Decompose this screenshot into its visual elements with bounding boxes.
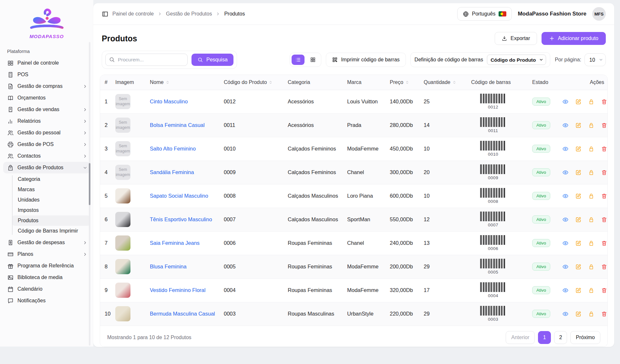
search-input[interactable] xyxy=(105,54,188,66)
lock-button[interactable] xyxy=(588,216,594,223)
previous-page-button[interactable]: Anterior xyxy=(506,331,535,344)
lock-button[interactable] xyxy=(588,240,594,246)
view-button[interactable] xyxy=(562,216,569,223)
lock-button[interactable] xyxy=(588,287,594,294)
name-cell: Blusa Feminina xyxy=(150,255,224,278)
edit-button[interactable] xyxy=(575,146,582,152)
search-button[interactable]: Pesquisa xyxy=(191,54,233,66)
delete-button[interactable] xyxy=(601,311,607,317)
grid-view-toggle[interactable] xyxy=(306,55,319,65)
delete-button[interactable] xyxy=(601,287,607,294)
view-button[interactable] xyxy=(562,146,569,152)
view-button[interactable] xyxy=(562,240,569,246)
product-name-link[interactable]: Saia Feminina Jeans xyxy=(150,240,200,246)
breadcrumb-item-dashboard[interactable]: Painel de controle xyxy=(112,11,154,17)
row-number: 1 xyxy=(100,90,115,113)
breadcrumb-item-product-management[interactable]: Gestão de Produtos xyxy=(166,11,212,17)
edit-button[interactable] xyxy=(575,99,582,105)
delete-button[interactable] xyxy=(601,169,607,176)
edit-button[interactable] xyxy=(575,240,582,246)
edit-button[interactable] xyxy=(575,287,582,294)
sidebar-subitem-codigo-de-barras-imprimir[interactable]: Código de Barras Imprimir xyxy=(12,226,90,236)
view-button[interactable] xyxy=(562,287,569,294)
column-header-nome[interactable]: Nome xyxy=(150,75,224,90)
lock-button[interactable] xyxy=(588,264,594,270)
per-page-select[interactable]: 10 xyxy=(584,53,606,66)
edit-button[interactable] xyxy=(575,264,582,270)
delete-button[interactable] xyxy=(601,193,607,199)
delete-button[interactable] xyxy=(601,99,607,105)
sidebar-toggle-icon[interactable] xyxy=(102,11,108,17)
sidebar-subitem-marcas[interactable]: Marcas xyxy=(12,184,90,195)
sidebar-item-contactos[interactable]: Contactos xyxy=(3,150,90,162)
delete-button[interactable] xyxy=(601,264,607,270)
view-button[interactable] xyxy=(562,311,569,317)
language-selector-button[interactable]: Português xyxy=(457,7,512,21)
product-name-link[interactable]: Salto Alto Feminino xyxy=(150,146,196,151)
edit-button[interactable] xyxy=(575,216,582,223)
barcode-setting-select[interactable]: Código do Produto xyxy=(487,55,546,65)
lock-button[interactable] xyxy=(588,99,594,105)
sidebar-item-gestao-do-pessoal[interactable]: Gestão do pessoal xyxy=(3,127,90,139)
user-avatar[interactable]: MFS xyxy=(592,7,606,21)
sidebar-item-planos[interactable]: Planos xyxy=(3,248,90,260)
sidebar-item-orcamentos[interactable]: Orçamentos xyxy=(3,92,90,104)
column-header-codigo-do-produto[interactable]: Código do Produto xyxy=(224,75,288,90)
edit-button[interactable] xyxy=(575,193,582,199)
sidebar-item-gestao-de-compras[interactable]: Gestão de compras xyxy=(3,80,90,92)
sidebar-item-pos[interactable]: POS xyxy=(3,69,90,80)
print-barcode-button[interactable]: Imprimir código de barras xyxy=(326,53,406,67)
sidebar-subitem-produtos[interactable]: Produtos xyxy=(12,215,90,226)
view-button[interactable] xyxy=(562,193,569,199)
view-button[interactable] xyxy=(562,264,569,270)
add-product-button[interactable]: Adicionar produto xyxy=(542,32,606,45)
view-button[interactable] xyxy=(562,122,569,129)
edit-button[interactable] xyxy=(575,169,582,176)
lock-button[interactable] xyxy=(588,311,594,317)
edit-button[interactable] xyxy=(575,311,582,317)
contacts-icon xyxy=(7,153,14,160)
sidebar-subitem-categoria[interactable]: Categoria xyxy=(12,174,90,184)
delete-button[interactable] xyxy=(601,122,607,129)
sidebar-item-painel-de-controle[interactable]: Painel de controle xyxy=(3,57,90,69)
lock-button[interactable] xyxy=(588,122,594,129)
sidebar-item-gestao-de-despesas[interactable]: Gestão de despesas xyxy=(3,237,90,248)
sidebar-item-gestao-de-pos[interactable]: Gestão de POS xyxy=(3,139,90,150)
sidebar-item-programa-de-referencia[interactable]: Programa de Referência xyxy=(3,260,90,272)
delete-button[interactable] xyxy=(601,146,607,152)
product-name-link[interactable]: Sandália Feminina xyxy=(150,169,194,175)
view-button[interactable] xyxy=(562,169,569,176)
sidebar-subitem-impostos[interactable]: Impostos xyxy=(12,205,90,215)
page-button-2[interactable]: 2 xyxy=(554,331,567,344)
delete-button[interactable] xyxy=(601,240,607,246)
product-name-link[interactable]: Blusa Feminina xyxy=(150,264,187,269)
column-header-quantidade[interactable]: Quantidade xyxy=(424,75,471,90)
lock-button[interactable] xyxy=(588,193,594,199)
product-name-link[interactable]: Bermuda Masculina Casual xyxy=(150,311,215,317)
product-name-link[interactable]: Tênis Esportivo Masculino xyxy=(150,216,212,222)
sidebar-item-calendario[interactable]: Calendário xyxy=(3,283,90,295)
sidebar-item-gestao-de-produtos[interactable]: Gestão de Produtos xyxy=(3,162,90,173)
edit-button[interactable] xyxy=(575,122,582,129)
delete-button[interactable] xyxy=(601,216,607,223)
actions-cell xyxy=(560,231,607,255)
sidebar-item-relatorios[interactable]: Relatórios xyxy=(3,115,90,127)
sidebar-item-notificacoes[interactable]: Notificações xyxy=(3,295,90,307)
product-name-link[interactable]: Vestido Feminino Floral xyxy=(150,287,205,293)
sidebar-subitem-unidades[interactable]: Unidades xyxy=(12,195,90,205)
product-name-link[interactable]: Sapato Social Masculino xyxy=(150,193,208,199)
list-view-toggle[interactable] xyxy=(292,55,305,65)
export-button[interactable]: Exportar xyxy=(495,32,537,45)
view-button[interactable] xyxy=(562,99,569,105)
store-name: ModaPasso Fashion Store xyxy=(518,11,586,17)
lock-button[interactable] xyxy=(588,146,594,152)
lock-button[interactable] xyxy=(588,169,594,176)
product-name-link[interactable]: Cinto Masculino xyxy=(150,99,188,104)
next-page-button[interactable]: Próximo xyxy=(570,331,600,344)
column-header-preco[interactable]: Preço xyxy=(390,75,424,90)
sidebar-item-biblioteca-de-media[interactable]: Biblioteca de media xyxy=(3,272,90,283)
sidebar-scrollbar-thumb[interactable] xyxy=(89,163,90,205)
product-name-link[interactable]: Bolsa Feminina Casual xyxy=(150,122,205,128)
page-button-1[interactable]: 1 xyxy=(538,331,551,344)
sidebar-item-gestao-de-vendas[interactable]: Gestão de vendas xyxy=(3,104,90,115)
